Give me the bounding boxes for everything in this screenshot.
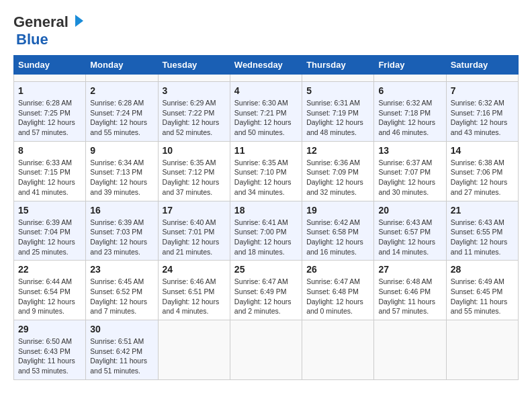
calendar-cell xyxy=(302,320,374,380)
calendar-week-row: 8Sunrise: 6:33 AM Sunset: 7:15 PM Daylig… xyxy=(14,141,519,201)
day-info: Sunrise: 6:47 AM Sunset: 6:49 PM Dayligh… xyxy=(234,277,298,316)
calendar-cell: 24Sunrise: 6:46 AM Sunset: 6:51 PM Dayli… xyxy=(158,261,230,320)
col-header-friday: Friday xyxy=(374,56,446,75)
calendar-cell: 13Sunrise: 6:37 AM Sunset: 7:07 PM Dayli… xyxy=(374,141,446,201)
calendar-cell: 20Sunrise: 6:43 AM Sunset: 6:57 PM Dayli… xyxy=(374,201,446,261)
day-number: 3 xyxy=(163,85,226,96)
logo-arrow-icon xyxy=(70,13,85,28)
day-info: Sunrise: 6:41 AM Sunset: 7:00 PM Dayligh… xyxy=(234,218,298,257)
day-info: Sunrise: 6:43 AM Sunset: 6:55 PM Dayligh… xyxy=(451,218,514,257)
calendar-cell: 12Sunrise: 6:36 AM Sunset: 7:09 PM Dayli… xyxy=(302,141,374,201)
calendar-cell: 25Sunrise: 6:47 AM Sunset: 6:49 PM Dayli… xyxy=(230,261,302,320)
calendar-cell: 23Sunrise: 6:45 AM Sunset: 6:52 PM Dayli… xyxy=(86,261,158,320)
calendar-cell: 19Sunrise: 6:42 AM Sunset: 6:58 PM Dayli… xyxy=(302,201,374,261)
day-number: 22 xyxy=(18,264,81,275)
day-info: Sunrise: 6:37 AM Sunset: 7:07 PM Dayligh… xyxy=(378,158,441,197)
day-info: Sunrise: 6:31 AM Sunset: 7:19 PM Dayligh… xyxy=(306,98,369,138)
day-number: 26 xyxy=(306,264,369,275)
day-number: 19 xyxy=(306,205,369,216)
calendar-week-row: 22Sunrise: 6:44 AM Sunset: 6:54 PM Dayli… xyxy=(14,261,519,320)
col-header-thursday: Thursday xyxy=(302,56,374,75)
day-number: 17 xyxy=(163,205,226,216)
day-number: 1 xyxy=(18,85,81,96)
logo-text-blue: Blue xyxy=(16,31,48,48)
calendar-cell xyxy=(374,75,446,82)
logo: General Blue xyxy=(13,13,85,48)
day-number: 14 xyxy=(451,145,514,156)
calendar-cell xyxy=(230,75,302,82)
day-number: 7 xyxy=(451,85,514,96)
day-number: 11 xyxy=(234,145,298,156)
day-number: 15 xyxy=(18,205,81,216)
calendar-cell: 1Sunrise: 6:28 AM Sunset: 7:25 PM Daylig… xyxy=(14,82,86,142)
day-info: Sunrise: 6:35 AM Sunset: 7:10 PM Dayligh… xyxy=(234,158,298,197)
calendar-cell: 27Sunrise: 6:48 AM Sunset: 6:46 PM Dayli… xyxy=(374,261,446,320)
calendar-week-row xyxy=(14,75,519,82)
calendar-cell: 26Sunrise: 6:47 AM Sunset: 6:48 PM Dayli… xyxy=(302,261,374,320)
calendar-week-row: 15Sunrise: 6:39 AM Sunset: 7:04 PM Dayli… xyxy=(14,201,519,261)
calendar-cell: 22Sunrise: 6:44 AM Sunset: 6:54 PM Dayli… xyxy=(14,261,86,320)
day-info: Sunrise: 6:28 AM Sunset: 7:24 PM Dayligh… xyxy=(90,98,153,138)
svg-marker-0 xyxy=(75,15,83,27)
day-number: 23 xyxy=(90,264,153,275)
day-info: Sunrise: 6:40 AM Sunset: 7:01 PM Dayligh… xyxy=(163,218,226,257)
day-info: Sunrise: 6:39 AM Sunset: 7:03 PM Dayligh… xyxy=(90,218,153,257)
calendar-cell: 17Sunrise: 6:40 AM Sunset: 7:01 PM Dayli… xyxy=(158,201,230,261)
calendar-cell: 2Sunrise: 6:28 AM Sunset: 7:24 PM Daylig… xyxy=(86,82,158,142)
calendar-week-row: 1Sunrise: 6:28 AM Sunset: 7:25 PM Daylig… xyxy=(14,82,519,142)
logo-text-general: General xyxy=(13,13,69,31)
col-header-tuesday: Tuesday xyxy=(158,56,230,75)
calendar-cell: 3Sunrise: 6:29 AM Sunset: 7:22 PM Daylig… xyxy=(158,82,230,142)
day-info: Sunrise: 6:43 AM Sunset: 6:57 PM Dayligh… xyxy=(378,218,441,257)
day-number: 28 xyxy=(451,264,514,275)
day-number: 21 xyxy=(451,205,514,216)
calendar-cell: 28Sunrise: 6:49 AM Sunset: 6:45 PM Dayli… xyxy=(446,261,518,320)
calendar-cell xyxy=(158,75,230,82)
day-number: 18 xyxy=(234,205,298,216)
day-info: Sunrise: 6:32 AM Sunset: 7:16 PM Dayligh… xyxy=(451,98,514,138)
day-number: 2 xyxy=(90,85,153,96)
calendar-body: 1Sunrise: 6:28 AM Sunset: 7:25 PM Daylig… xyxy=(14,75,519,380)
col-header-sunday: Sunday xyxy=(14,56,86,75)
calendar-cell: 10Sunrise: 6:35 AM Sunset: 7:12 PM Dayli… xyxy=(158,141,230,201)
day-number: 5 xyxy=(306,85,369,96)
day-info: Sunrise: 6:49 AM Sunset: 6:45 PM Dayligh… xyxy=(451,277,514,316)
day-number: 10 xyxy=(163,145,226,156)
day-number: 13 xyxy=(378,145,441,156)
day-info: Sunrise: 6:51 AM Sunset: 6:42 PM Dayligh… xyxy=(90,336,153,376)
calendar-cell: 5Sunrise: 6:31 AM Sunset: 7:19 PM Daylig… xyxy=(302,82,374,142)
calendar-cell: 4Sunrise: 6:30 AM Sunset: 7:21 PM Daylig… xyxy=(230,82,302,142)
calendar-cell: 9Sunrise: 6:34 AM Sunset: 7:13 PM Daylig… xyxy=(86,141,158,201)
day-info: Sunrise: 6:29 AM Sunset: 7:22 PM Dayligh… xyxy=(163,98,226,138)
day-info: Sunrise: 6:36 AM Sunset: 7:09 PM Dayligh… xyxy=(306,158,369,197)
day-number: 25 xyxy=(234,264,298,275)
col-header-monday: Monday xyxy=(86,56,158,75)
day-number: 8 xyxy=(18,145,81,156)
day-info: Sunrise: 6:50 AM Sunset: 6:43 PM Dayligh… xyxy=(18,336,81,376)
day-number: 29 xyxy=(18,324,81,334)
calendar-cell: 6Sunrise: 6:32 AM Sunset: 7:18 PM Daylig… xyxy=(374,82,446,142)
day-info: Sunrise: 6:38 AM Sunset: 7:06 PM Dayligh… xyxy=(451,158,514,197)
day-number: 30 xyxy=(90,324,153,334)
calendar-cell: 30Sunrise: 6:51 AM Sunset: 6:42 PM Dayli… xyxy=(86,320,158,380)
calendar-header-row: SundayMondayTuesdayWednesdayThursdayFrid… xyxy=(14,56,519,75)
day-number: 20 xyxy=(378,205,441,216)
calendar-cell: 15Sunrise: 6:39 AM Sunset: 7:04 PM Dayli… xyxy=(14,201,86,261)
calendar-week-row: 29Sunrise: 6:50 AM Sunset: 6:43 PM Dayli… xyxy=(14,320,519,380)
day-info: Sunrise: 6:34 AM Sunset: 7:13 PM Dayligh… xyxy=(90,158,153,197)
calendar-cell: 8Sunrise: 6:33 AM Sunset: 7:15 PM Daylig… xyxy=(14,141,86,201)
day-info: Sunrise: 6:46 AM Sunset: 6:51 PM Dayligh… xyxy=(163,277,226,316)
day-info: Sunrise: 6:48 AM Sunset: 6:46 PM Dayligh… xyxy=(378,277,441,316)
calendar-cell: 18Sunrise: 6:41 AM Sunset: 7:00 PM Dayli… xyxy=(230,201,302,261)
day-number: 16 xyxy=(90,205,153,216)
day-info: Sunrise: 6:28 AM Sunset: 7:25 PM Dayligh… xyxy=(18,98,81,138)
day-number: 12 xyxy=(306,145,369,156)
day-number: 4 xyxy=(234,85,298,96)
calendar-cell: 7Sunrise: 6:32 AM Sunset: 7:16 PM Daylig… xyxy=(446,82,518,142)
day-number: 9 xyxy=(90,145,153,156)
day-info: Sunrise: 6:44 AM Sunset: 6:54 PM Dayligh… xyxy=(18,277,81,316)
calendar-cell: 14Sunrise: 6:38 AM Sunset: 7:06 PM Dayli… xyxy=(446,141,518,201)
calendar-cell xyxy=(158,320,230,380)
col-header-wednesday: Wednesday xyxy=(230,56,302,75)
day-info: Sunrise: 6:30 AM Sunset: 7:21 PM Dayligh… xyxy=(234,98,298,138)
